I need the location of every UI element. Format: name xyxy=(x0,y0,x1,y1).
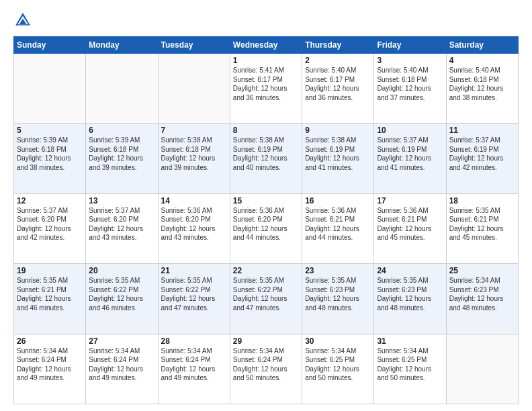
day-info: Sunrise: 5:35 AM Sunset: 6:22 PM Dayligh… xyxy=(89,276,154,312)
day-number: 26 xyxy=(17,336,83,346)
day-number: 12 xyxy=(17,196,83,205)
day-number: 29 xyxy=(233,336,299,346)
weekday-wednesday: Wednesday xyxy=(230,37,302,54)
week-row-5: 26Sunrise: 5:34 AM Sunset: 6:24 PM Dayli… xyxy=(14,334,519,404)
weekday-saturday: Saturday xyxy=(446,37,518,54)
day-info: Sunrise: 5:35 AM Sunset: 6:22 PM Dayligh… xyxy=(161,276,227,312)
day-info: Sunrise: 5:36 AM Sunset: 6:21 PM Dayligh… xyxy=(305,206,371,242)
calendar-cell: 2Sunrise: 5:40 AM Sunset: 6:17 PM Daylig… xyxy=(302,54,374,124)
day-number: 6 xyxy=(89,126,154,135)
day-number: 18 xyxy=(449,196,515,205)
day-info: Sunrise: 5:40 AM Sunset: 6:18 PM Dayligh… xyxy=(449,66,515,102)
day-info: Sunrise: 5:36 AM Sunset: 6:20 PM Dayligh… xyxy=(233,206,299,242)
calendar-cell: 25Sunrise: 5:34 AM Sunset: 6:23 PM Dayli… xyxy=(446,264,518,334)
day-number: 10 xyxy=(377,126,443,135)
weekday-friday: Friday xyxy=(374,37,446,54)
day-number: 5 xyxy=(17,126,83,135)
day-info: Sunrise: 5:34 AM Sunset: 6:23 PM Dayligh… xyxy=(449,276,515,312)
week-row-2: 5Sunrise: 5:39 AM Sunset: 6:18 PM Daylig… xyxy=(14,124,519,193)
day-info: Sunrise: 5:34 AM Sunset: 6:25 PM Dayligh… xyxy=(377,347,443,383)
calendar: SundayMondayTuesdayWednesdayThursdayFrid… xyxy=(13,36,519,404)
calendar-cell: 18Sunrise: 5:35 AM Sunset: 6:21 PM Dayli… xyxy=(446,193,518,263)
day-number: 3 xyxy=(377,56,443,65)
day-number: 30 xyxy=(305,336,371,346)
weekday-header-row: SundayMondayTuesdayWednesdayThursdayFrid… xyxy=(14,37,519,54)
calendar-cell: 1Sunrise: 5:41 AM Sunset: 6:17 PM Daylig… xyxy=(230,54,302,124)
day-number: 16 xyxy=(305,196,371,205)
calendar-cell: 21Sunrise: 5:35 AM Sunset: 6:22 PM Dayli… xyxy=(158,264,230,334)
weekday-tuesday: Tuesday xyxy=(158,37,230,54)
day-number: 20 xyxy=(89,266,154,275)
calendar-cell xyxy=(158,54,230,124)
day-info: Sunrise: 5:34 AM Sunset: 6:24 PM Dayligh… xyxy=(161,347,227,383)
calendar-cell: 16Sunrise: 5:36 AM Sunset: 6:21 PM Dayli… xyxy=(302,193,374,263)
day-info: Sunrise: 5:34 AM Sunset: 6:24 PM Dayligh… xyxy=(17,347,83,383)
calendar-cell: 27Sunrise: 5:34 AM Sunset: 6:24 PM Dayli… xyxy=(86,334,158,404)
calendar-cell xyxy=(446,334,518,404)
day-number: 22 xyxy=(233,266,299,275)
calendar-cell xyxy=(86,54,158,124)
day-number: 21 xyxy=(161,266,227,275)
day-info: Sunrise: 5:38 AM Sunset: 6:19 PM Dayligh… xyxy=(305,136,371,172)
day-number: 23 xyxy=(305,266,371,275)
day-number: 1 xyxy=(233,56,299,65)
weekday-thursday: Thursday xyxy=(302,37,374,54)
day-number: 11 xyxy=(449,126,515,135)
day-info: Sunrise: 5:40 AM Sunset: 6:17 PM Dayligh… xyxy=(305,66,371,102)
calendar-cell: 24Sunrise: 5:35 AM Sunset: 6:23 PM Dayli… xyxy=(374,264,446,334)
calendar-cell: 13Sunrise: 5:37 AM Sunset: 6:20 PM Dayli… xyxy=(86,193,158,263)
day-info: Sunrise: 5:40 AM Sunset: 6:18 PM Dayligh… xyxy=(377,66,443,102)
day-number: 24 xyxy=(377,266,443,275)
day-info: Sunrise: 5:35 AM Sunset: 6:23 PM Dayligh… xyxy=(305,276,371,312)
day-number: 28 xyxy=(161,336,227,346)
day-info: Sunrise: 5:39 AM Sunset: 6:18 PM Dayligh… xyxy=(89,136,154,172)
header xyxy=(13,11,519,30)
calendar-cell: 31Sunrise: 5:34 AM Sunset: 6:25 PM Dayli… xyxy=(374,334,446,404)
calendar-cell: 11Sunrise: 5:37 AM Sunset: 6:19 PM Dayli… xyxy=(446,124,518,193)
page: SundayMondayTuesdayWednesdayThursdayFrid… xyxy=(0,0,532,411)
day-number: 7 xyxy=(161,126,227,135)
day-info: Sunrise: 5:35 AM Sunset: 6:22 PM Dayligh… xyxy=(233,276,299,312)
calendar-cell: 19Sunrise: 5:35 AM Sunset: 6:21 PM Dayli… xyxy=(14,264,86,334)
calendar-cell: 15Sunrise: 5:36 AM Sunset: 6:20 PM Dayli… xyxy=(230,193,302,263)
day-info: Sunrise: 5:34 AM Sunset: 6:24 PM Dayligh… xyxy=(233,347,299,383)
calendar-cell: 20Sunrise: 5:35 AM Sunset: 6:22 PM Dayli… xyxy=(86,264,158,334)
day-info: Sunrise: 5:39 AM Sunset: 6:18 PM Dayligh… xyxy=(17,136,83,172)
day-number: 14 xyxy=(161,196,227,205)
calendar-cell: 23Sunrise: 5:35 AM Sunset: 6:23 PM Dayli… xyxy=(302,264,374,334)
calendar-cell: 12Sunrise: 5:37 AM Sunset: 6:20 PM Dayli… xyxy=(14,193,86,263)
calendar-cell: 4Sunrise: 5:40 AM Sunset: 6:18 PM Daylig… xyxy=(446,54,518,124)
day-number: 17 xyxy=(377,196,443,205)
week-row-3: 12Sunrise: 5:37 AM Sunset: 6:20 PM Dayli… xyxy=(14,193,519,263)
week-row-1: 1Sunrise: 5:41 AM Sunset: 6:17 PM Daylig… xyxy=(14,54,519,124)
calendar-cell: 7Sunrise: 5:38 AM Sunset: 6:18 PM Daylig… xyxy=(158,124,230,193)
day-info: Sunrise: 5:35 AM Sunset: 6:21 PM Dayligh… xyxy=(449,206,515,242)
logo-icon xyxy=(13,11,32,30)
calendar-cell: 8Sunrise: 5:38 AM Sunset: 6:19 PM Daylig… xyxy=(230,124,302,193)
weekday-monday: Monday xyxy=(86,37,158,54)
day-info: Sunrise: 5:37 AM Sunset: 6:19 PM Dayligh… xyxy=(449,136,515,172)
day-number: 9 xyxy=(305,126,371,135)
day-info: Sunrise: 5:35 AM Sunset: 6:23 PM Dayligh… xyxy=(377,276,443,312)
day-number: 31 xyxy=(377,336,443,346)
day-info: Sunrise: 5:37 AM Sunset: 6:19 PM Dayligh… xyxy=(377,136,443,172)
day-number: 19 xyxy=(17,266,83,275)
day-info: Sunrise: 5:41 AM Sunset: 6:17 PM Dayligh… xyxy=(233,66,299,102)
day-number: 13 xyxy=(89,196,154,205)
calendar-cell: 6Sunrise: 5:39 AM Sunset: 6:18 PM Daylig… xyxy=(86,124,158,193)
logo xyxy=(13,11,35,30)
calendar-cell xyxy=(14,54,86,124)
calendar-cell: 22Sunrise: 5:35 AM Sunset: 6:22 PM Dayli… xyxy=(230,264,302,334)
calendar-cell: 30Sunrise: 5:34 AM Sunset: 6:25 PM Dayli… xyxy=(302,334,374,404)
calendar-cell: 26Sunrise: 5:34 AM Sunset: 6:24 PM Dayli… xyxy=(14,334,86,404)
day-info: Sunrise: 5:38 AM Sunset: 6:19 PM Dayligh… xyxy=(233,136,299,172)
day-info: Sunrise: 5:37 AM Sunset: 6:20 PM Dayligh… xyxy=(17,206,83,242)
calendar-cell: 5Sunrise: 5:39 AM Sunset: 6:18 PM Daylig… xyxy=(14,124,86,193)
calendar-cell: 29Sunrise: 5:34 AM Sunset: 6:24 PM Dayli… xyxy=(230,334,302,404)
day-number: 4 xyxy=(449,56,515,65)
day-number: 2 xyxy=(305,56,371,65)
calendar-cell: 3Sunrise: 5:40 AM Sunset: 6:18 PM Daylig… xyxy=(374,54,446,124)
day-info: Sunrise: 5:36 AM Sunset: 6:20 PM Dayligh… xyxy=(161,206,227,242)
calendar-cell: 9Sunrise: 5:38 AM Sunset: 6:19 PM Daylig… xyxy=(302,124,374,193)
day-info: Sunrise: 5:37 AM Sunset: 6:20 PM Dayligh… xyxy=(89,206,154,242)
